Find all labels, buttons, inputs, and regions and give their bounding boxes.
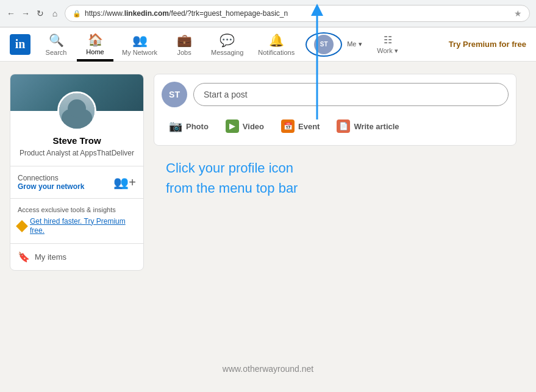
linkedin-navbar: in 🔍 Search 🏠 Home 👥 My Network 💼 Jobs 💬… — [0, 27, 536, 62]
annotation-arrow — [281, 4, 354, 126]
my-items-label: My items — [35, 252, 66, 262]
avatar-head — [68, 99, 86, 118]
nav-search-label: Search — [46, 49, 67, 56]
nav-mynetwork-label: My Network — [122, 49, 157, 56]
linkedin-logo[interactable]: in — [10, 34, 30, 55]
add-connection-button[interactable]: 👥+ — [113, 175, 136, 190]
profile-card: Steve Trow Product Analyst at AppsThatDe… — [10, 74, 144, 271]
browser-chrome: ← → ↻ ⌂ 🔒 https://www.linkedin.com/feed/… — [0, 0, 536, 27]
home-nav-icon: 🏠 — [88, 32, 103, 47]
post-placeholder: Start a post — [204, 90, 248, 99]
nav-item-messaging[interactable]: 💬 Messaging — [205, 27, 249, 62]
photo-label: Photo — [186, 122, 209, 131]
profile-banner — [10, 74, 143, 111]
annotation-text: Click your profile icon from the menu to… — [154, 146, 516, 210]
svg-marker-1 — [311, 4, 323, 16]
premium-link[interactable]: Try Premium for free — [449, 40, 526, 49]
active-indicator — [77, 59, 113, 60]
connections-section: Connections Grow your network 👥+ — [10, 166, 143, 199]
nav-item-home[interactable]: 🏠 Home — [77, 27, 113, 62]
annotation-line1: Click your profile icon — [166, 158, 504, 178]
nav-work-label: Work ▾ — [377, 47, 398, 55]
my-items-section[interactable]: 🔖 My items — [10, 244, 143, 270]
refresh-button[interactable]: ↻ — [35, 9, 45, 18]
browser-toolbar: ← → ↻ ⌂ 🔒 https://www.linkedin.com/feed/… — [0, 0, 536, 27]
website-url: www.otherwayround.net — [223, 364, 313, 374]
profile-title: Product Analyst at AppsThatDeliver — [18, 148, 136, 159]
nav-jobs-label: Jobs — [177, 49, 191, 56]
nav-premium[interactable]: Try Premium for free — [449, 38, 526, 50]
post-avatar: ST — [162, 82, 187, 107]
url-path: /feed/?trk=guest_homepage-basic_n — [169, 9, 288, 18]
video-action[interactable]: ▶ Video — [218, 115, 271, 138]
url-domain: linkedin.com — [124, 9, 169, 18]
avatar-image — [59, 93, 95, 129]
video-label: Video — [243, 122, 264, 131]
video-icon: ▶ — [226, 119, 239, 133]
nav-item-search[interactable]: 🔍 Search — [38, 27, 74, 62]
post-avatar-initials: ST — [169, 90, 180, 99]
premium-cta-link[interactable]: Get hired faster. Try Premium free. — [30, 217, 136, 236]
premium-diamond-icon — [16, 220, 28, 232]
lock-icon: 🔒 — [73, 10, 81, 18]
jobs-nav-icon: 💼 — [177, 33, 192, 48]
search-nav-icon: 🔍 — [49, 33, 64, 48]
bookmark-star-icon[interactable]: ★ — [514, 9, 522, 18]
connections-text: Connections Grow your network — [18, 174, 84, 191]
nav-item-jobs[interactable]: 💼 Jobs — [166, 27, 202, 62]
profile-avatar[interactable] — [57, 91, 96, 130]
premium-description: Access exclusive tools & insights — [18, 206, 136, 213]
profile-name: Steve Trow — [18, 135, 136, 146]
nav-item-my-network[interactable]: 👥 My Network — [116, 27, 163, 62]
annotation-line2: from the menu top bar — [166, 178, 504, 198]
bookmark-icon: 🔖 — [18, 251, 30, 263]
work-nav-icon: ☷ — [384, 34, 392, 46]
home-button[interactable]: ⌂ — [50, 9, 60, 18]
nav-messaging-label: Messaging — [211, 49, 243, 56]
nav-home-label: Home — [86, 48, 104, 55]
messaging-nav-icon: 💬 — [220, 33, 235, 48]
connections-heading: Connections — [18, 174, 84, 182]
my-network-nav-icon: 👥 — [132, 33, 148, 48]
photo-action[interactable]: 📷 Photo — [162, 115, 216, 138]
premium-section: Access exclusive tools & insights Get hi… — [10, 199, 143, 244]
photo-icon: 📷 — [169, 119, 182, 133]
back-button[interactable]: ← — [6, 9, 16, 18]
center-area: ST Start a post 📷 Photo ▶ Video 📅 Event — [154, 74, 516, 380]
logo-text: in — [15, 37, 26, 51]
premium-cta-row: Get hired faster. Try Premium free. — [18, 217, 136, 236]
write-article-label: Write article — [354, 122, 399, 131]
main-content: Steve Trow Product Analyst at AppsThatDe… — [0, 62, 536, 392]
connections-subtext: Grow your network — [18, 182, 84, 191]
forward-button[interactable]: → — [21, 9, 30, 18]
nav-item-work[interactable]: ☷ Work ▾ — [370, 27, 406, 62]
